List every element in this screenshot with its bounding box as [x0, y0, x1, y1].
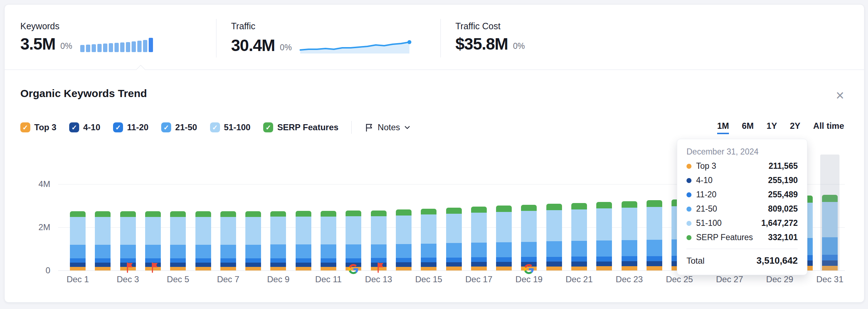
bar-dec-22[interactable] — [596, 202, 612, 270]
segment-serp-features — [622, 201, 637, 208]
segment-top-3 — [446, 267, 462, 270]
bar-dec-8[interactable] — [245, 211, 261, 270]
bar-dec-23[interactable] — [622, 201, 637, 270]
series-dot-icon — [686, 235, 691, 240]
page: Keywords 3.5M 0% Traffic 30.4M 0% Traffi… — [0, 0, 868, 309]
segment-top-3 — [371, 267, 387, 270]
series-dot-icon — [686, 192, 691, 197]
segment-4-10 — [270, 263, 286, 267]
segment-51-100 — [571, 209, 587, 241]
segment-21-50 — [145, 245, 161, 258]
segment-serp-features — [521, 205, 537, 211]
segment-4-10 — [296, 263, 311, 267]
bar-dec-7[interactable] — [220, 211, 236, 270]
bar-dec-16[interactable] — [446, 208, 462, 270]
segment-serp-features — [647, 200, 662, 207]
bar-dec-20[interactable] — [546, 204, 562, 270]
segment-top-3 — [195, 267, 211, 270]
segment-serp-features — [571, 203, 587, 209]
segment-serp-features — [296, 211, 311, 217]
segment-11-20 — [396, 258, 412, 262]
x-axis-label: Dec 15 — [413, 274, 445, 284]
segment-21-50 — [195, 245, 211, 258]
series-dot-icon — [686, 178, 691, 183]
segment-11-20 — [647, 256, 662, 261]
tooltip-total-row: Total 3,510,642 — [686, 249, 798, 266]
segment-51-100 — [496, 212, 512, 242]
segment-4-10 — [170, 263, 186, 267]
tooltip-row-label: SERP Features — [696, 233, 753, 242]
segment-4-10 — [371, 263, 387, 267]
bar-dec-2[interactable] — [95, 211, 111, 270]
segment-4-10 — [446, 262, 462, 267]
hover-highlight-band — [820, 154, 839, 270]
x-axis-label: Dec 23 — [613, 274, 645, 284]
bar-dec-6[interactable] — [195, 211, 211, 270]
segment-serp-features — [270, 211, 286, 217]
series-dot-icon — [686, 221, 691, 226]
chart-tooltip: December 31, 2024 Top 3211,5654-10255,19… — [677, 139, 807, 275]
segment-21-50 — [95, 245, 111, 258]
bar-dec-17[interactable] — [471, 207, 487, 270]
segment-serp-features — [220, 211, 236, 217]
x-axis-label: Dec 5 — [162, 274, 194, 284]
bar-dec-14[interactable] — [396, 209, 412, 270]
segment-top-3 — [496, 267, 512, 270]
segment-4-10 — [571, 262, 587, 267]
bar-dec-13[interactable] — [371, 211, 387, 270]
segment-serp-features — [70, 211, 86, 217]
bar-dec-4[interactable] — [145, 211, 161, 270]
segment-51-100 — [647, 207, 662, 240]
bar-dec-11[interactable] — [321, 211, 336, 270]
segment-51-100 — [195, 217, 211, 245]
bar-dec-21[interactable] — [571, 203, 587, 270]
tooltip-row-value: 332,101 — [768, 233, 798, 242]
segment-11-20 — [296, 258, 311, 263]
segment-51-100 — [471, 213, 487, 243]
segment-serp-features — [496, 206, 512, 212]
segment-4-10 — [622, 261, 637, 266]
bar-dec-3[interactable] — [120, 211, 136, 270]
segment-11-20 — [145, 258, 161, 263]
series-dot-icon — [686, 207, 691, 212]
segment-21-50 — [546, 241, 562, 257]
segment-21-50 — [596, 240, 612, 256]
segment-51-100 — [346, 216, 361, 244]
x-axis-label: Dec 3 — [112, 274, 144, 284]
segment-11-20 — [346, 258, 361, 263]
segment-11-20 — [270, 258, 286, 263]
segment-top-3 — [120, 267, 136, 270]
segment-serp-features — [120, 211, 136, 217]
segment-top-3 — [346, 267, 361, 270]
x-axis-label: Dec 27 — [714, 274, 746, 284]
segment-4-10 — [421, 262, 436, 267]
bar-dec-15[interactable] — [421, 209, 436, 270]
segment-51-100 — [521, 211, 537, 242]
bar-dec-5[interactable] — [170, 211, 186, 270]
segment-4-10 — [120, 263, 136, 267]
segment-11-20 — [622, 256, 637, 261]
segment-21-50 — [70, 245, 86, 258]
bar-dec-1[interactable] — [70, 211, 86, 270]
segment-4-10 — [546, 262, 562, 267]
segment-top-3 — [571, 267, 587, 270]
segment-4-10 — [70, 263, 86, 267]
segment-21-50 — [396, 244, 412, 258]
x-axis-label: Dec 11 — [312, 274, 344, 284]
segment-51-100 — [371, 216, 387, 244]
bar-dec-18[interactable] — [496, 206, 512, 270]
x-axis-label: Dec 17 — [463, 274, 495, 284]
bar-dec-24[interactable] — [647, 200, 662, 270]
bar-dec-9[interactable] — [270, 211, 286, 270]
segment-top-3 — [145, 267, 161, 270]
segment-11-20 — [245, 258, 261, 263]
bar-dec-19[interactable] — [521, 205, 537, 270]
tooltip-total-value: 3,510,642 — [756, 255, 798, 266]
segment-11-20 — [120, 258, 136, 263]
bar-dec-12[interactable] — [346, 211, 361, 270]
segment-4-10 — [471, 262, 487, 267]
series-dot-icon — [686, 164, 691, 169]
bar-dec-10[interactable] — [296, 211, 311, 270]
segment-top-3 — [95, 267, 111, 270]
segment-4-10 — [220, 263, 236, 267]
